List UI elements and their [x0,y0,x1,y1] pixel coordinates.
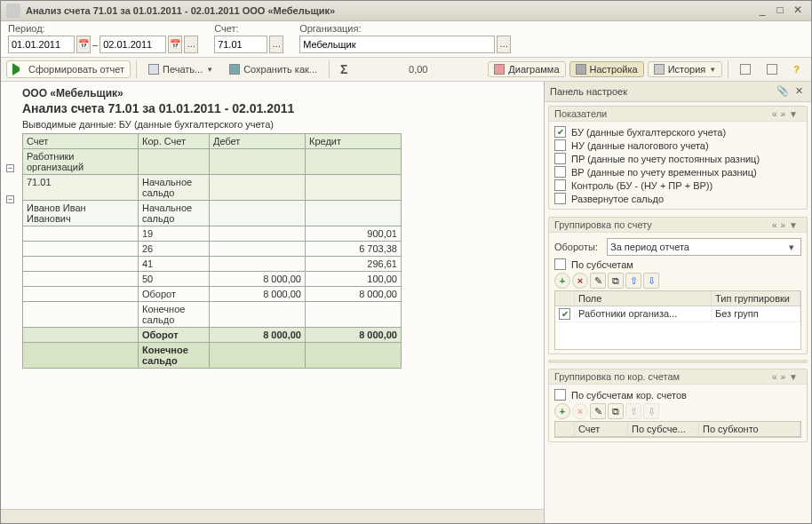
help-button[interactable]: ? [787,61,806,77]
indicator-checkbox[interactable] [554,179,566,191]
maximize-button[interactable]: □ [772,4,788,18]
run-report-button[interactable]: Сформировать отчет [6,60,131,78]
print-label: Печать... [163,64,203,75]
remove-button[interactable]: × [572,403,588,419]
settings-close-button[interactable]: ✕ [792,84,806,99]
indicator-label: Контроль (БУ - (НУ + ПР + ВР)) [571,180,712,191]
section-splitter[interactable] [548,360,808,363]
close-button[interactable]: ✕ [790,4,806,18]
account-input[interactable] [214,36,267,53]
date-from-input[interactable] [8,36,75,53]
cor-grid: Счет По субсче... По субконто [554,421,801,438]
report-cell [210,226,306,242]
settings-pane: Панель настроек 📎 ✕ Показатели « » ▼ БУ … [545,82,811,523]
group-grid: Поле Тип группировки Работники организа.… [554,290,801,350]
cor-by-sub-label: По субсчетам кор. счетов [571,390,687,401]
report-cell [306,343,402,369]
account-more[interactable]: … [269,36,283,53]
settings-header: Панель настроек 📎 ✕ [545,82,811,102]
history-button[interactable]: История ▼ [648,61,723,77]
indicator-checkbox[interactable] [554,153,566,164]
section-nav-left[interactable]: « [772,220,777,230]
indicator-row: Контроль (БУ - (НУ + ПР + ВР)) [554,179,801,192]
app-icon [6,4,20,18]
add-button[interactable]: + [554,403,570,419]
section-nav-right[interactable]: » [781,109,786,119]
indicators-title: Показатели [554,108,772,119]
indicator-checkbox[interactable] [554,193,566,204]
print-dropdown-icon: ▼ [206,66,213,74]
params-bar: Период: 📅 – 📅 … Счет: … Организация: … [1,21,811,57]
tree-toggle-outer[interactable]: − [6,164,14,172]
add-button[interactable]: + [554,273,570,289]
section-nav-left[interactable]: « [772,372,777,382]
move-up-button[interactable]: ⇧ [625,273,641,289]
report-dataline: Выводимые данные: БУ (данные бухгалтерск… [22,119,402,130]
report-cell: Оборот [139,287,210,302]
group-toolbar: + × ✎ ⧉ ⇧ ⇩ [554,271,801,290]
indicator-row: Развернутое сальдо [554,192,801,205]
date-to-input[interactable] [100,36,166,53]
section-collapse[interactable]: ▼ [789,109,798,119]
report-table: Счет Кор. Счет Дебет Кредит Работники ор… [22,133,402,369]
separator [728,60,728,78]
edit-button[interactable]: ✎ [590,273,606,289]
print-button[interactable]: Печать... ▼ [142,61,219,77]
report-cell: 8 000,00 [210,287,306,302]
grid-row[interactable]: Работники организа... Без групп [555,306,800,322]
section-collapse[interactable]: ▼ [789,220,798,230]
by-subaccount-label: По субсчетам [571,259,633,270]
remove-button[interactable]: × [572,273,588,289]
copy-button[interactable]: ⧉ [608,273,624,289]
indicator-checkbox[interactable] [554,166,566,178]
move-down-button[interactable]: ⇩ [643,273,659,289]
diagram-button[interactable]: Диаграмма [488,61,565,77]
org-input[interactable] [299,36,495,53]
cor-by-sub-checkbox[interactable] [554,389,566,401]
by-subaccount-checkbox[interactable] [554,258,566,270]
org-more[interactable]: … [497,36,511,53]
move-down-button[interactable]: ⇩ [643,403,659,419]
period-more[interactable]: … [184,36,198,53]
date-from-picker[interactable]: 📅 [76,36,91,53]
settings-icon [576,64,586,75]
copy-button[interactable]: ⧉ [608,403,624,419]
save-label: Сохранить как... [243,64,317,75]
help-icon: ? [793,64,800,75]
section-nav-left[interactable]: « [772,109,777,119]
minimize-button[interactable]: _ [754,4,770,18]
section-collapse[interactable]: ▼ [789,372,798,382]
edit-button[interactable]: ✎ [590,403,606,419]
period-label: Период: [8,23,198,34]
indicator-checkbox[interactable] [554,139,566,151]
section-nav-right[interactable]: » [781,220,786,230]
turnover-select[interactable]: За период отчета ▾ [607,238,801,256]
settings-pin-button[interactable]: 📎 [776,84,790,99]
indicator-checkbox[interactable] [554,126,566,138]
report-cell [23,343,139,369]
report-cell [210,343,306,369]
history-label: История [668,64,706,75]
report-cell: Начальное сальдо [139,175,210,201]
tool-button-a[interactable] [734,61,757,77]
report-cell [306,302,402,328]
tree-toggle-inner[interactable]: − [6,195,14,203]
cor-hdr-subk: По субконто [699,422,800,436]
report-cell: Конечное сальдо [139,302,210,328]
date-to-picker[interactable]: 📅 [168,36,182,53]
move-up-button[interactable]: ⇧ [625,403,641,419]
settings-button[interactable]: Настройка [569,61,644,77]
report-cell: 8 000,00 [210,272,306,287]
play-icon [12,63,25,75]
tool-button-b[interactable] [760,61,784,77]
turnover-value: За период отчета [610,242,689,252]
save-button[interactable]: Сохранить как... [223,61,323,77]
separator [329,60,330,78]
h-scrollbar[interactable] [1,509,544,523]
grid-row-checkbox[interactable] [559,308,570,320]
diagram-label: Диаграмма [508,64,559,75]
report-cell: 71.01 [23,175,139,201]
grid-hdr-field: Поле [575,291,712,306]
report-cell: 8 000,00 [306,287,402,302]
section-nav-right[interactable]: » [781,372,786,382]
